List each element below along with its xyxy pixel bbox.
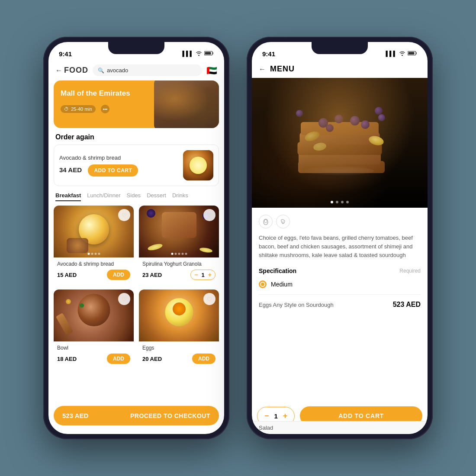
hero-food-dots: [331, 201, 349, 203]
svg-point-5: [264, 219, 267, 223]
img-dots-2: [171, 253, 187, 255]
qty-value-detail: 1: [274, 412, 278, 420]
food-name-2: Spirulina Yoghurt Granola: [142, 261, 215, 267]
qty-decrement-granola[interactable]: −: [194, 271, 198, 278]
menu-header: ← MENU: [252, 61, 428, 78]
tab-sides[interactable]: Sides: [127, 192, 141, 201]
food-info-1: Avocado & shrimp bread 15 AED ADD: [54, 257, 134, 284]
wifi-icon: [196, 51, 202, 57]
heart-icon-4[interactable]: ♡: [203, 293, 215, 305]
qty-decrement-detail[interactable]: −: [264, 412, 269, 421]
qty-value-granola: 1: [202, 272, 205, 278]
leaf-diet-icon: [276, 215, 290, 228]
img-dots-1: [87, 253, 100, 255]
phone-1: 9:41 ▌▌▌ ← FOOD 🔍 avocado 🇦🇪: [43, 37, 229, 439]
checkout-price: 523 AED: [62, 412, 88, 419]
add-btn-3[interactable]: ADD: [107, 354, 130, 364]
food-price-3: 18 AED: [57, 356, 77, 362]
tab-drinks[interactable]: Drinks: [172, 192, 188, 201]
order-again-title: Order again: [48, 128, 224, 145]
food-info-4: Eggs 20 AED ADD: [139, 341, 219, 368]
item-name-detail: Eggs Any Style on Sourdough: [259, 302, 334, 308]
category-tabs: Breakfast Lunch/Dinner Sides Dessert Dri…: [48, 186, 224, 206]
heart-icon-3[interactable]: ♡: [118, 293, 130, 305]
food-card-2: ♡ Spirulina Yoghurt Granola 23 AED: [139, 206, 219, 284]
qty-control-granola: − 1 +: [190, 270, 215, 280]
search-bar[interactable]: 🔍 avocado: [93, 64, 202, 76]
food-bottom-4: 20 AED ADD: [142, 354, 215, 364]
flag-icon: 🇦🇪: [206, 65, 217, 76]
food-detail: Choice of eggs, l'eto fava beans, grille…: [252, 208, 428, 315]
hero-food-img: [252, 78, 428, 208]
heart-icon-2[interactable]: ♡: [203, 209, 215, 221]
search-text: avocado: [107, 67, 128, 74]
food-header: ← FOOD 🔍 avocado 🇦🇪: [48, 61, 224, 80]
signal-icon: ▌▌▌: [182, 51, 193, 57]
egg-diet-icon: [259, 215, 273, 228]
food-name-4: Eggs: [142, 345, 215, 351]
spec-label: Specification: [259, 267, 296, 274]
add-to-cart-btn-1[interactable]: ADD TO CART: [88, 164, 138, 177]
food-grid: ♡ Avocado & shrimp bread 15 AED ADD: [48, 206, 224, 368]
food-description: Choice of eggs, l'eto fava beans, grille…: [259, 234, 421, 260]
notch-2: [312, 42, 368, 54]
checkout-label: PROCEED TO CHECKOUT: [130, 412, 210, 419]
hero-more-btn[interactable]: •••: [101, 105, 109, 113]
battery-icon: [204, 51, 214, 57]
item-price-detail: 523 AED: [393, 301, 421, 309]
add-btn-1[interactable]: ADD: [107, 270, 130, 280]
spec-option[interactable]: Medium: [259, 280, 421, 288]
hero-banner: Mall of the Emirates ⏱ 25-40 min •••: [54, 80, 219, 128]
food-price-2: 23 AED: [142, 272, 162, 278]
food-price-4: 20 AED: [142, 356, 162, 362]
svg-rect-1: [205, 52, 211, 55]
battery-icon-2: [408, 51, 417, 57]
food-img-granola: ♡: [139, 206, 219, 257]
food-bottom-2: 23 AED − 1 +: [142, 270, 215, 280]
phone-2: 9:41 ▌▌▌ ← MENU: [247, 37, 433, 439]
food-name-1: Avocado & shrimp bread: [57, 261, 130, 267]
order-item-price: 34 AED: [59, 166, 82, 174]
food-card-4: ♡ Eggs 20 AED ADD: [139, 289, 219, 368]
status-icons-2: ▌▌▌: [386, 51, 417, 57]
spec-radio-medium[interactable]: [259, 280, 267, 288]
tab-dessert[interactable]: Dessert: [147, 192, 166, 201]
svg-point-4: [264, 219, 268, 225]
spec-row: Specification Required: [259, 267, 421, 274]
food-img-bowl: ♡: [54, 289, 134, 341]
spec-required: Required: [399, 268, 421, 274]
peeking-item: Salad: [252, 421, 428, 434]
svg-rect-3: [408, 52, 415, 55]
order-info: Avocado & shrimp bread 34 AED ADD TO CAR…: [59, 154, 179, 177]
spec-divider: [259, 294, 421, 295]
hero-title: Mall of the Emirates: [61, 89, 144, 98]
hero-time: ⏱ 25-40 min: [61, 105, 96, 113]
status-time-1: 9:41: [59, 50, 72, 58]
status-time-2: 9:41: [262, 50, 275, 58]
hero-restaurant-img: [154, 80, 219, 128]
food-bottom-3: 18 AED ADD: [57, 354, 130, 364]
tab-lunch-dinner[interactable]: Lunch/Dinner: [87, 192, 120, 201]
tab-breakfast[interactable]: Breakfast: [55, 192, 81, 201]
signal-icon-2: ▌▌▌: [386, 51, 397, 57]
search-icon: 🔍: [98, 68, 104, 74]
heart-icon-1[interactable]: ♡: [118, 209, 130, 221]
order-item-name: Avocado & shrimp bread: [59, 154, 179, 161]
food-price-1: 15 AED: [57, 272, 77, 278]
food-name-3: Bowl: [57, 345, 130, 351]
food-info-2: Spirulina Yoghurt Granola 23 AED − 1 +: [139, 257, 219, 284]
food-bottom-1: 15 AED ADD: [57, 270, 130, 280]
notch-1: [108, 42, 164, 54]
qty-increment-granola[interactable]: +: [208, 271, 212, 278]
food-info-3: Bowl 18 AED ADD: [54, 341, 134, 368]
wifi-icon-2: [399, 51, 405, 57]
back-button-2[interactable]: ←: [259, 65, 266, 73]
qty-increment-detail[interactable]: +: [283, 412, 288, 421]
back-button-1[interactable]: ← FOOD: [55, 66, 88, 75]
order-item-img: [183, 150, 213, 180]
checkout-bar[interactable]: 523 AED PROCEED TO CHECKOUT: [54, 406, 219, 425]
add-btn-4[interactable]: ADD: [192, 354, 215, 364]
peeking-label: Salad: [259, 425, 273, 431]
food-img-avocado: ♡: [54, 206, 134, 257]
food-card-3: ♡ Bowl 18 AED ADD: [54, 289, 134, 368]
